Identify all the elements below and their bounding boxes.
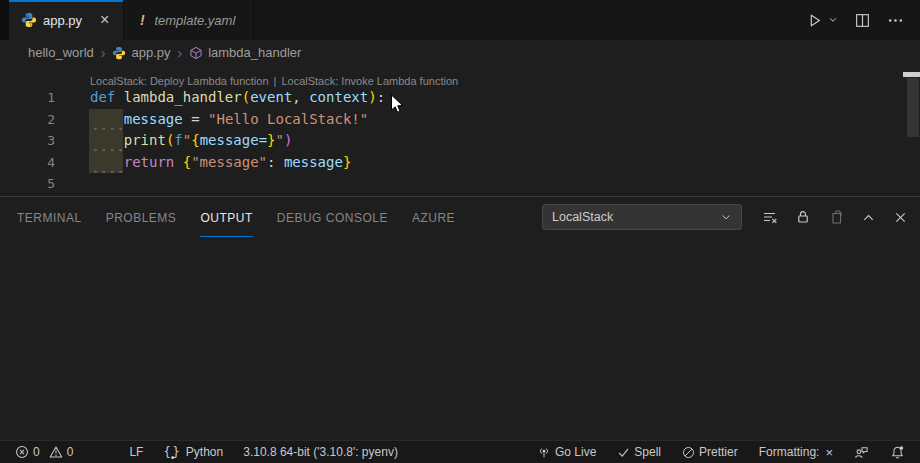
editor-scrollbar[interactable] bbox=[907, 78, 919, 137]
line-number: 4 bbox=[0, 152, 55, 174]
close-small-icon: × bbox=[825, 445, 833, 460]
chevron-up-icon bbox=[861, 210, 876, 225]
code-lines[interactable]: 1def lambda_handler(event, context):2 me… bbox=[0, 87, 920, 195]
bottom-panel: TERMINAL PROBLEMS OUTPUT DEBUG CONSOLE A… bbox=[0, 196, 920, 440]
code-line[interactable]: 4 return {"message": message} bbox=[0, 152, 920, 174]
formatting-status[interactable]: Formatting: × bbox=[754, 445, 838, 460]
spell-checker-status[interactable]: Spell bbox=[612, 445, 666, 459]
braces-icon: {} bbox=[163, 445, 181, 459]
codelens-deploy-link[interactable]: LocalStack: Deploy Lambda function bbox=[90, 75, 269, 87]
tab-debug-console[interactable]: DEBUG CONSOLE bbox=[277, 197, 388, 237]
tab-label: template.yaml bbox=[154, 13, 235, 28]
code-line[interactable]: 1def lambda_handler(event, context): bbox=[0, 87, 920, 109]
spell-label: Spell bbox=[634, 445, 661, 459]
play-icon bbox=[806, 12, 823, 29]
breadcrumb-symbol[interactable]: lambda_handler bbox=[189, 45, 301, 60]
notifications-button[interactable] bbox=[885, 445, 910, 460]
editor-actions bbox=[806, 0, 920, 40]
active-tab-indicator bbox=[9, 0, 123, 2]
python-interpreter[interactable]: 3.10.8 64-bit ('3.10.8': pyenv) bbox=[238, 445, 403, 459]
method-symbol-icon bbox=[189, 46, 203, 60]
run-button[interactable] bbox=[806, 12, 838, 29]
broadcast-icon bbox=[537, 445, 551, 459]
formatting-label: Formatting: bbox=[759, 445, 820, 459]
code-text[interactable]: message = "Hello LocalStack!" bbox=[90, 109, 368, 131]
chevron-right-icon: › bbox=[177, 45, 182, 61]
panel-header: TERMINAL PROBLEMS OUTPUT DEBUG CONSOLE A… bbox=[0, 197, 920, 237]
error-icon bbox=[15, 445, 29, 459]
breadcrumb-symbol-label: lambda_handler bbox=[208, 45, 301, 60]
circle-slash-icon bbox=[682, 446, 695, 459]
codelens-invoke-link[interactable]: LocalStack: Invoke Lambda function bbox=[281, 75, 458, 87]
line-number: 5 bbox=[0, 173, 55, 195]
tab-problems[interactable]: PROBLEMS bbox=[106, 197, 177, 237]
codelens-separator: | bbox=[274, 75, 277, 87]
tab-label: app.py bbox=[43, 13, 82, 28]
close-panel-button[interactable] bbox=[893, 210, 908, 225]
maximize-panel-button[interactable] bbox=[861, 210, 876, 225]
language-mode[interactable]: {} Python bbox=[158, 445, 228, 459]
language-label: Python bbox=[186, 445, 223, 459]
feedback-button[interactable] bbox=[849, 445, 874, 460]
code-editor[interactable]: LocalStack: Deploy Lambda function | Loc… bbox=[0, 65, 920, 196]
open-log-file-icon bbox=[828, 209, 844, 225]
tab-output[interactable]: OUTPUT bbox=[200, 197, 252, 237]
python-icon bbox=[21, 12, 37, 28]
tab-app-py[interactable]: app.py × bbox=[9, 0, 124, 40]
close-icon bbox=[893, 210, 908, 225]
notification-dot bbox=[900, 446, 903, 449]
panel-tabs: TERMINAL PROBLEMS OUTPUT DEBUG CONSOLE A… bbox=[17, 197, 455, 237]
tab-template-yaml[interactable]: ! template.yaml bbox=[124, 0, 254, 40]
chevron-right-icon: › bbox=[101, 45, 106, 61]
problems-status[interactable]: 0 0 bbox=[10, 445, 78, 459]
panel-controls: LocalStack bbox=[542, 204, 908, 230]
lock-scrolling-button[interactable] bbox=[795, 209, 811, 225]
clear-output-button[interactable] bbox=[762, 209, 778, 225]
feedback-icon bbox=[854, 445, 869, 460]
editor-tab-bar: app.py × ! template.yaml bbox=[0, 0, 920, 40]
tab-azure[interactable]: AZURE bbox=[412, 197, 455, 237]
go-live-button[interactable]: Go Live bbox=[532, 445, 601, 459]
tab-bar-left-edge bbox=[0, 0, 9, 40]
clear-output-icon bbox=[762, 209, 778, 225]
close-icon[interactable]: × bbox=[98, 12, 111, 28]
line-number: 2 bbox=[0, 109, 55, 131]
error-count: 0 bbox=[33, 445, 40, 459]
breadcrumb-file[interactable]: app.py bbox=[112, 45, 170, 60]
breadcrumb-file-label: app.py bbox=[131, 45, 170, 60]
code-text[interactable]: def lambda_handler(event, context): bbox=[90, 87, 385, 109]
ellipsis-icon bbox=[887, 12, 904, 29]
warning-icon bbox=[49, 445, 63, 459]
mouse-cursor bbox=[390, 94, 406, 116]
tab-terminal[interactable]: TERMINAL bbox=[17, 197, 82, 237]
output-channel-value: LocalStack bbox=[552, 210, 613, 224]
more-actions-button[interactable] bbox=[887, 12, 904, 29]
code-text[interactable]: return {"message": message} bbox=[90, 152, 351, 174]
split-editor-button[interactable] bbox=[854, 12, 871, 29]
line-number: 1 bbox=[0, 87, 55, 109]
breadcrumb-folder[interactable]: hello_world bbox=[28, 45, 94, 60]
warning-icon: ! bbox=[136, 12, 148, 28]
code-line[interactable]: 5 bbox=[0, 173, 920, 195]
code-line[interactable]: 2 message = "Hello LocalStack!" bbox=[0, 109, 920, 131]
check-icon bbox=[617, 446, 630, 459]
chevron-down-icon bbox=[828, 15, 838, 25]
split-editor-icon bbox=[854, 12, 871, 29]
code-line[interactable]: 3 print(f"{message=}") bbox=[0, 130, 920, 152]
open-output-file-button[interactable] bbox=[828, 209, 844, 225]
vscode-window: app.py × ! template.yaml hello_world › bbox=[0, 0, 920, 463]
status-bar-right: Go Live Spell Prettier Formatting: × bbox=[532, 445, 910, 460]
eol-indicator[interactable]: LF bbox=[124, 445, 148, 459]
prettier-label: Prettier bbox=[699, 445, 738, 459]
output-panel-body[interactable] bbox=[0, 237, 920, 440]
line-number: 3 bbox=[0, 130, 55, 152]
output-channel-select[interactable]: LocalStack bbox=[542, 204, 742, 230]
lock-icon bbox=[795, 209, 811, 225]
go-live-label: Go Live bbox=[555, 445, 596, 459]
codelens-row: LocalStack: Deploy Lambda function | Loc… bbox=[0, 65, 920, 87]
status-bar: 0 0 LF {} Python 3.10.8 64-bit ('3.10.8'… bbox=[0, 440, 920, 463]
warning-count: 0 bbox=[67, 445, 74, 459]
overview-ruler-cursor bbox=[903, 72, 920, 77]
bell-icon bbox=[890, 445, 905, 460]
prettier-status[interactable]: Prettier bbox=[677, 445, 743, 459]
